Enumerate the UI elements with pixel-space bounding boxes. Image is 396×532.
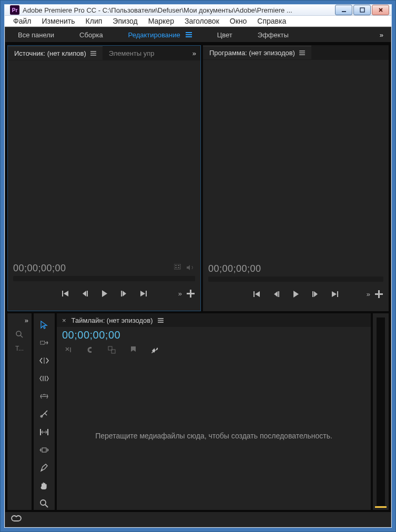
window-frame: Pr Adobe Premiere Pro CC - C:\Пользовате… bbox=[0, 0, 396, 532]
creative-cloud-icon[interactable] bbox=[11, 515, 22, 524]
effect-controls-tab[interactable]: Элементы упр bbox=[103, 47, 161, 60]
svg-line-29 bbox=[21, 335, 23, 337]
razor-tool[interactable] bbox=[38, 408, 50, 421]
drag-video-icon[interactable] bbox=[174, 264, 182, 273]
audio-meter-panel[interactable] bbox=[373, 313, 389, 510]
timeline-drop-area[interactable]: Перетащите медиафайлы сюда, чтобы создат… bbox=[57, 362, 371, 510]
svg-rect-40 bbox=[158, 322, 164, 323]
rate-stretch-tool[interactable] bbox=[38, 390, 50, 403]
linked-selection-icon[interactable] bbox=[86, 345, 95, 356]
slide-tool[interactable] bbox=[38, 444, 50, 456]
go-to-in-button[interactable] bbox=[252, 290, 261, 299]
svg-rect-6 bbox=[90, 53, 96, 54]
marker-icon[interactable] bbox=[129, 345, 138, 356]
selection-tool[interactable] bbox=[38, 319, 50, 331]
slip-tool[interactable] bbox=[38, 426, 50, 438]
lift-button[interactable] bbox=[374, 290, 383, 299]
step-forward-button[interactable] bbox=[311, 290, 320, 299]
play-button[interactable] bbox=[100, 289, 109, 298]
maximize-button[interactable] bbox=[353, 5, 371, 15]
track-select-forward-tool[interactable] bbox=[38, 336, 50, 349]
step-back-button[interactable] bbox=[80, 289, 89, 298]
zoom-tool[interactable] bbox=[38, 497, 50, 510]
svg-rect-4 bbox=[186, 36, 192, 37]
workspace-menu-icon[interactable] bbox=[186, 31, 192, 39]
menu-sequence[interactable]: Эпизод bbox=[107, 16, 143, 26]
close-button[interactable] bbox=[372, 5, 389, 15]
svg-rect-25 bbox=[337, 291, 338, 297]
svg-point-28 bbox=[16, 331, 21, 336]
rolling-edit-tool[interactable] bbox=[38, 372, 50, 385]
step-back-button[interactable] bbox=[272, 290, 281, 299]
insert-button[interactable] bbox=[186, 289, 195, 298]
app-body: Все панели Сборка Редактирование Цвет Эф… bbox=[5, 27, 391, 527]
workspace-effects[interactable]: Эффекты bbox=[245, 27, 301, 42]
svg-rect-11 bbox=[175, 267, 177, 268]
chevron-double-right-icon: » bbox=[380, 31, 382, 39]
step-forward-button[interactable] bbox=[119, 289, 128, 298]
svg-rect-5 bbox=[90, 51, 96, 52]
svg-rect-14 bbox=[87, 291, 88, 296]
source-scrubber[interactable] bbox=[13, 276, 195, 281]
timeline-close-button[interactable]: × bbox=[57, 316, 72, 324]
tool-palette bbox=[34, 313, 55, 510]
timeline-settings-icon[interactable] bbox=[150, 345, 159, 356]
audio-meter-peak-indicator bbox=[375, 506, 387, 508]
menu-clip[interactable]: Клип bbox=[80, 16, 108, 26]
timeline-timecode[interactable]: 00;00;00;00 bbox=[57, 327, 371, 342]
project-panel-overflow[interactable]: » bbox=[7, 313, 32, 327]
menu-marker[interactable]: Маркер bbox=[143, 16, 179, 26]
workspace-color[interactable]: Цвет bbox=[205, 27, 245, 42]
pen-tool[interactable] bbox=[38, 462, 50, 474]
workspace-assembly[interactable]: Сборка bbox=[67, 27, 116, 42]
hand-tool[interactable] bbox=[38, 479, 50, 492]
source-transport: » bbox=[8, 281, 200, 311]
go-to-out-button[interactable] bbox=[330, 290, 339, 299]
source-tab-menu-icon[interactable] bbox=[90, 49, 96, 57]
timeline-panel: × Таймлайн: (нет эпизодов) 00;00;00;00 П… bbox=[57, 313, 371, 510]
svg-rect-3 bbox=[186, 34, 192, 35]
svg-rect-9 bbox=[175, 265, 177, 266]
drag-audio-icon[interactable] bbox=[187, 264, 195, 273]
project-panel-label: Т... bbox=[7, 345, 32, 352]
search-icon[interactable] bbox=[7, 330, 32, 339]
program-tab-label: Программа: (нет эпизодов) bbox=[209, 49, 295, 57]
workspace-all-panels[interactable]: Все панели bbox=[5, 27, 67, 42]
button-editor-icon[interactable]: » bbox=[367, 290, 369, 298]
menu-title[interactable]: Заголовок bbox=[179, 16, 225, 26]
timeline-tab-menu-icon[interactable] bbox=[158, 316, 164, 324]
program-tab-menu-icon[interactable] bbox=[299, 49, 305, 57]
timeline-tab-label[interactable]: Таймлайн: (нет эпизодов) bbox=[72, 316, 153, 324]
source-monitor-view[interactable] bbox=[8, 60, 200, 260]
workspace-editing[interactable]: Редактирование bbox=[116, 27, 205, 42]
chevron-double-right-icon: » bbox=[192, 49, 195, 57]
menu-file[interactable]: Файл bbox=[8, 16, 36, 26]
svg-rect-24 bbox=[312, 291, 313, 297]
title-bar[interactable]: Pr Adobe Premiere Pro CC - C:\Пользовате… bbox=[5, 5, 391, 16]
button-editor-icon[interactable]: » bbox=[178, 290, 181, 298]
menu-help[interactable]: Справка bbox=[252, 16, 291, 26]
go-to-out-button[interactable] bbox=[139, 289, 148, 298]
source-tab[interactable]: Источник: (нет клипов) bbox=[8, 46, 103, 60]
ripple-edit-tool[interactable] bbox=[38, 354, 50, 367]
program-tab[interactable]: Программа: (нет эпизодов) bbox=[203, 46, 311, 59]
snap-icon[interactable] bbox=[64, 345, 73, 356]
project-panel-collapsed[interactable]: » Т... bbox=[7, 313, 32, 510]
source-tab-overflow[interactable]: » bbox=[187, 49, 200, 57]
program-scrubber[interactable] bbox=[208, 277, 383, 282]
lower-row: » Т... × Т bbox=[5, 311, 391, 512]
svg-rect-39 bbox=[158, 320, 164, 321]
program-monitor-view[interactable] bbox=[203, 60, 389, 260]
go-to-in-button[interactable] bbox=[61, 289, 70, 298]
play-button[interactable] bbox=[291, 290, 300, 299]
source-timecode[interactable]: 00;00;00;00 bbox=[13, 263, 66, 274]
add-marker-icon[interactable] bbox=[107, 345, 116, 356]
status-bar bbox=[5, 512, 391, 527]
workspace-overflow[interactable]: » bbox=[371, 31, 391, 39]
program-timecode[interactable]: 00;00;00;00 bbox=[208, 263, 261, 274]
timeline-header-icons bbox=[57, 342, 371, 362]
minimize-button[interactable] bbox=[335, 5, 352, 15]
menu-edit[interactable]: Изменить bbox=[36, 16, 80, 26]
menu-window[interactable]: Окно bbox=[225, 16, 252, 26]
menu-bar: Файл Изменить Клип Эпизод Маркер Заголов… bbox=[5, 16, 391, 27]
